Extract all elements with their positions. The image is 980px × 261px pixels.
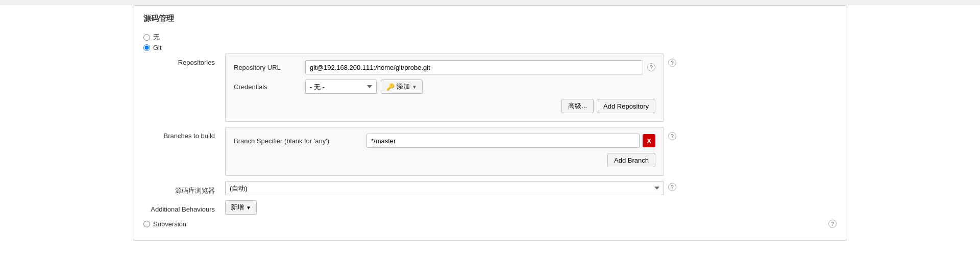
radio-git-item: Git: [143, 44, 837, 51]
radio-git[interactable]: [143, 44, 150, 51]
branches-panel: Branch Specifier (blank for 'any') X Add…: [225, 127, 664, 176]
new-label: 新增: [231, 203, 244, 212]
radio-none-label: 无: [153, 33, 160, 42]
additional-label: Additional Behaviours: [143, 200, 225, 213]
browser-help-icon[interactable]: ?: [668, 183, 676, 191]
advanced-button[interactable]: 高级...: [561, 99, 594, 113]
repo-url-row: Repository URL ?: [234, 60, 655, 74]
svn-help-icon[interactable]: ?: [828, 220, 837, 228]
radio-none-item: 无: [143, 33, 837, 42]
repo-url-help-icon[interactable]: ?: [647, 63, 655, 71]
new-behaviour-button[interactable]: 新增 ▼: [225, 200, 257, 215]
dropdown-arrow-icon: ▼: [412, 84, 417, 90]
repositories-label: Repositories: [143, 54, 225, 66]
browser-label: 源码库浏览器: [143, 181, 225, 195]
radio-svn-label: Subversion: [153, 220, 186, 228]
credentials-row: Credentials - 无 - 🔑 添加 ▼: [234, 80, 655, 94]
browser-select[interactable]: (自动): [225, 181, 664, 195]
repo-url-label: Repository URL: [234, 64, 305, 71]
browser-row: 源码库浏览器 (自动) ?: [143, 181, 837, 195]
key-icon: 🔑: [386, 83, 395, 91]
radio-git-label: Git: [153, 44, 162, 51]
branch-specifier-label: Branch Specifier (blank for 'any'): [234, 137, 366, 145]
additional-row: Additional Behaviours 新增 ▼: [143, 200, 837, 215]
repositories-row: Repositories Repository URL ? Credential…: [143, 54, 837, 122]
new-dropdown-icon: ▼: [246, 205, 251, 211]
page-container: 源码管理 无 Git Repositories Repository URL ?: [0, 5, 980, 261]
repositories-help-icon[interactable]: ?: [668, 59, 676, 67]
add-credentials-label: 添加: [397, 82, 410, 91]
remove-branch-button[interactable]: X: [643, 134, 655, 147]
scm-section: 源码管理 无 Git Repositories Repository URL ?: [133, 5, 847, 241]
credentials-label: Credentials: [234, 83, 305, 91]
repo-url-input[interactable]: [305, 60, 643, 74]
branch-specifier-row: Branch Specifier (blank for 'any') X: [234, 134, 655, 148]
add-branch-button[interactable]: Add Branch: [607, 153, 655, 167]
add-repository-button[interactable]: Add Repository: [597, 99, 655, 113]
branches-label: Branches to build: [143, 127, 225, 140]
radio-svn-item: Subversion ?: [143, 220, 837, 228]
radio-none[interactable]: [143, 34, 150, 41]
radio-svn[interactable]: [143, 221, 150, 227]
panel-actions: 高级... Add Repository: [234, 99, 655, 113]
branches-row: Branches to build Branch Specifier (blan…: [143, 127, 837, 176]
section-title: 源码管理: [143, 14, 837, 27]
branches-help-icon[interactable]: ?: [668, 132, 676, 140]
add-credentials-button[interactable]: 🔑 添加 ▼: [381, 80, 423, 94]
repositories-panel: Repository URL ? Credentials - 无 - 🔑 添加 …: [225, 54, 664, 122]
branch-specifier-input[interactable]: [366, 134, 640, 148]
credentials-select[interactable]: - 无 -: [305, 80, 377, 94]
